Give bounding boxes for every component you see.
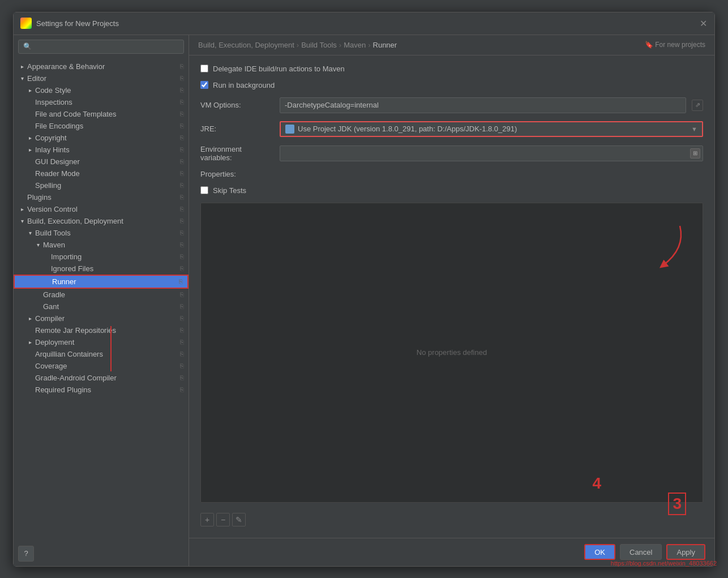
arrow-icon: [34, 302, 42, 310]
arrow-icon: [18, 74, 26, 82]
properties-toolbar: + − ✎: [200, 511, 703, 529]
arrow-icon: [26, 338, 34, 346]
vm-options-input[interactable]: [280, 97, 686, 113]
copy-icon: ⎘: [180, 291, 184, 298]
sidebar-item-build-tools[interactable]: Build Tools ⎘: [14, 227, 189, 239]
no-properties-text: No properties defined: [417, 348, 487, 357]
run-background-checkbox[interactable]: [200, 81, 208, 89]
vm-options-expand-btn[interactable]: ⇗: [692, 100, 703, 111]
copy-icon: ⎘: [180, 241, 184, 248]
cancel-button[interactable]: Cancel: [620, 544, 662, 560]
sidebar-item-copyright[interactable]: Copyright ⎘: [14, 132, 189, 144]
sidebar-item-compiler[interactable]: Compiler ⎘: [14, 312, 189, 324]
sidebar-item-file-encodings[interactable]: File Encodings ⎘: [14, 120, 189, 132]
arrow-icon: [18, 205, 26, 213]
copy-icon: ⎘: [180, 327, 184, 333]
sidebar-item-coverage[interactable]: Coverage ⎘: [14, 360, 189, 372]
copy-icon: ⎘: [180, 63, 184, 70]
arrow-icon: [42, 264, 50, 272]
arrow-icon: [26, 314, 34, 322]
sidebar-item-inlay-hints[interactable]: Inlay Hints ⎘: [14, 144, 189, 156]
arrow-icon: [42, 252, 50, 260]
sidebar-item-inspections[interactable]: Inspections ⎘: [14, 96, 189, 108]
sidebar-item-ignored-files[interactable]: Ignored Files ⎘: [14, 263, 189, 275]
copy-icon: ⎘: [180, 303, 184, 310]
skip-tests-row: Skip Tests: [200, 186, 703, 195]
sidebar-item-appearance[interactable]: Appearance & Behavior ⎘: [14, 61, 189, 72]
sidebar-item-gradle[interactable]: Gradle ⎘: [14, 289, 189, 301]
sidebar-item-editor[interactable]: Editor ⎘: [14, 72, 189, 84]
jre-dropdown[interactable]: Use Project JDK (version 1.8.0_291, path…: [280, 121, 703, 137]
breadcrumb-part-2: Build Tools: [301, 41, 337, 49]
delegate-checkbox[interactable]: [200, 65, 208, 72]
properties-label: Properties:: [200, 170, 236, 178]
copy-icon: ⎘: [180, 265, 184, 272]
properties-label-row: Properties:: [200, 170, 703, 178]
arrow-icon: [26, 181, 34, 189]
dialog-title: Settings for New Projects: [36, 19, 699, 28]
sidebar-item-runner[interactable]: Runner ⎘: [14, 275, 189, 289]
arrow-icon: [26, 374, 34, 382]
breadcrumb-part-1: Build, Execution, Deployment: [198, 41, 294, 49]
env-input-wrapper: ⊞: [280, 145, 703, 161]
copy-icon: ⎘: [180, 134, 184, 141]
arrow-icon: [26, 86, 34, 94]
main-content: 🔍 Appearance & Behavior ⎘ Editor ⎘ Code: [14, 35, 714, 566]
annotation-arrow: [640, 220, 691, 271]
arrow-icon: [26, 326, 34, 334]
arrow-icon: [26, 169, 34, 177]
sidebar-item-file-code-templates[interactable]: File and Code Templates ⎘: [14, 108, 189, 120]
remove-property-button[interactable]: −: [216, 513, 230, 526]
sidebar-item-reader-mode[interactable]: Reader Mode ⎘: [14, 168, 189, 179]
sidebar: 🔍 Appearance & Behavior ⎘ Editor ⎘ Code: [14, 35, 189, 566]
arrow-icon: [26, 157, 34, 165]
copy-icon: ⎘: [180, 362, 184, 369]
ok-button[interactable]: OK: [584, 544, 615, 560]
add-property-button[interactable]: +: [200, 513, 214, 526]
sidebar-item-gant[interactable]: Gant ⎘: [14, 301, 189, 312]
arrow-icon: [26, 122, 34, 130]
sidebar-item-deployment[interactable]: Deployment ⎘: [14, 336, 189, 348]
apply-button[interactable]: Apply: [666, 544, 705, 560]
jre-row: JRE: Use Project JDK (version 1.8.0_291,…: [200, 121, 703, 137]
skip-tests-label: Skip Tests: [213, 186, 246, 195]
jre-label: JRE:: [200, 125, 274, 133]
title-bar: Settings for New Projects ✕: [14, 12, 714, 35]
sidebar-item-remote-jar[interactable]: Remote Jar Repositories ⎘: [14, 324, 189, 336]
arrow-icon: [26, 386, 34, 393]
sidebar-item-version-control[interactable]: Version Control ⎘: [14, 203, 189, 215]
sidebar-item-spelling[interactable]: Spelling ⎘: [14, 179, 189, 191]
sidebar-item-importing[interactable]: Importing ⎘: [14, 251, 189, 263]
search-box[interactable]: 🔍: [18, 40, 184, 54]
delegate-checkbox-row: Delegate IDE build/run actions to Maven: [200, 65, 703, 73]
env-vars-row: Environment variables: ⊞: [200, 145, 703, 162]
bottom-bar: OK Cancel Apply: [189, 538, 714, 566]
search-icon: 🔍: [23, 42, 32, 50]
sidebar-item-build-execution[interactable]: Build, Execution, Deployment ⎘: [14, 215, 189, 227]
sidebar-item-plugins[interactable]: Plugins ⎘: [14, 191, 189, 203]
breadcrumb-current: Runner: [373, 41, 397, 49]
sidebar-item-gradle-android[interactable]: Gradle-Android Compiler ⎘: [14, 372, 189, 384]
arrow-icon: [26, 98, 34, 106]
help-button[interactable]: ?: [18, 546, 34, 562]
breadcrumb-part-3: Maven: [344, 41, 366, 49]
arrow-icon: [18, 62, 26, 70]
skip-tests-checkbox[interactable]: [200, 186, 208, 194]
env-expand-button[interactable]: ⊞: [690, 148, 700, 159]
env-vars-input[interactable]: [282, 149, 690, 157]
sidebar-item-maven[interactable]: Maven ⎘: [14, 239, 189, 251]
jre-dropdown-arrow: ▼: [691, 126, 697, 132]
search-input[interactable]: [35, 42, 179, 51]
sidebar-item-code-style[interactable]: Code Style ⎘: [14, 84, 189, 96]
copy-icon: ⎘: [180, 315, 184, 322]
copy-icon: ⎘: [180, 350, 184, 357]
close-button[interactable]: ✕: [699, 19, 708, 28]
breadcrumb: Build, Execution, Deployment › Build Too…: [189, 35, 714, 55]
app-logo: [20, 18, 32, 29]
copy-icon: ⎘: [180, 170, 184, 177]
sidebar-item-arquillian[interactable]: Arquillian Containers ⎘: [14, 348, 189, 360]
sidebar-item-required-plugins[interactable]: Required Plugins ⎘: [14, 384, 189, 396]
edit-property-button[interactable]: ✎: [232, 513, 246, 526]
sidebar-item-gui-designer[interactable]: GUI Designer ⎘: [14, 156, 189, 168]
copy-icon: ⎘: [180, 75, 184, 82]
